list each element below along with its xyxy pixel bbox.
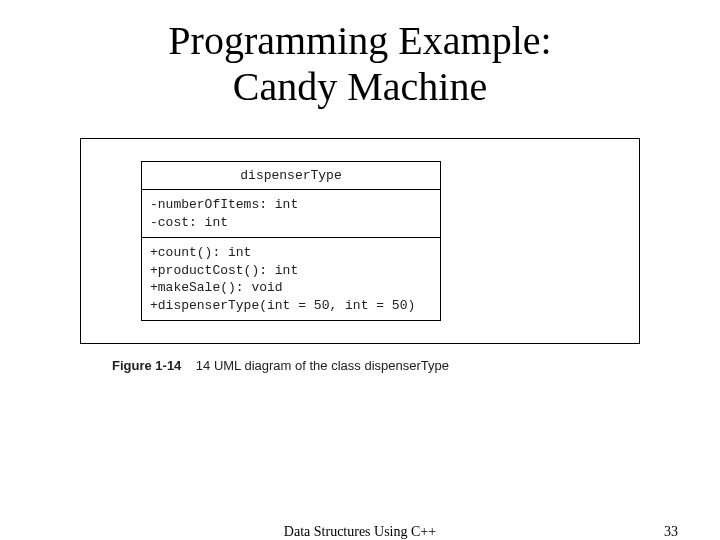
- figure-frame: dispenserType -numberOfItems: int -cost:…: [80, 138, 640, 344]
- uml-operation: +productCost(): int: [150, 262, 432, 280]
- uml-attribute: -cost: int: [150, 214, 432, 232]
- uml-operation: +dispenserType(int = 50, int = 50): [150, 297, 432, 315]
- uml-operations: +count(): int +productCost(): int +makeS…: [142, 238, 440, 320]
- uml-attributes: -numberOfItems: int -cost: int: [142, 190, 440, 238]
- uml-class-box: dispenserType -numberOfItems: int -cost:…: [141, 161, 441, 321]
- title-line-2: Candy Machine: [233, 64, 487, 109]
- figure-label: Figure 1-14: [112, 358, 181, 373]
- figure-caption-text: 14 UML diagram of the class dispenserTyp…: [196, 358, 449, 373]
- title-line-1: Programming Example:: [168, 18, 551, 63]
- uml-attribute: -numberOfItems: int: [150, 196, 432, 214]
- uml-class-name: dispenserType: [142, 162, 440, 190]
- figure-caption: Figure 1-14 14 UML diagram of the class …: [112, 358, 680, 373]
- slide: Programming Example: Candy Machine dispe…: [0, 0, 720, 540]
- uml-operation: +makeSale(): void: [150, 279, 432, 297]
- footer-center-text: Data Structures Using C++: [284, 524, 436, 540]
- page-number: 33: [664, 524, 678, 540]
- uml-operation: +count(): int: [150, 244, 432, 262]
- slide-title: Programming Example: Candy Machine: [40, 18, 680, 110]
